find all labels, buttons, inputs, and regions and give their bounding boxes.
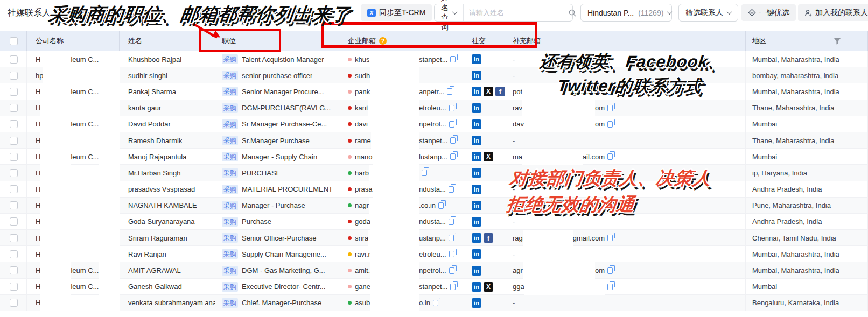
row-checkbox[interactable] — [10, 201, 18, 209]
email-cell: rame stanpet... — [339, 132, 467, 149]
row-checkbox[interactable] — [10, 55, 18, 64]
copy-icon[interactable] — [433, 300, 438, 306]
email-prefix: ravi.r — [355, 250, 370, 258]
linkedin-icon[interactable]: in — [472, 282, 481, 292]
row-checkbox[interactable] — [10, 104, 18, 112]
header-email[interactable]: 企业邮箱 ? — [339, 31, 467, 51]
row-checkbox[interactable] — [10, 217, 18, 226]
linkedin-icon[interactable]: in — [472, 217, 481, 227]
filter-contacts-dropdown[interactable]: 筛选联系人 — [678, 4, 738, 22]
copy-icon[interactable] — [450, 153, 456, 160]
search-icon[interactable] — [568, 9, 577, 17]
extra-email-suffix: om — [595, 266, 605, 274]
company-filter-dropdown[interactable]: Hindustan P... (11269) — [580, 4, 672, 22]
row-checkbox[interactable] — [10, 88, 18, 96]
row-checkbox[interactable] — [10, 283, 18, 291]
copy-icon[interactable] — [450, 284, 456, 290]
company-prefix: H — [36, 137, 40, 145]
copy-icon[interactable] — [438, 202, 444, 209]
copy-icon[interactable] — [449, 121, 454, 128]
sync-to-crm-button[interactable]: X 同步至T-CRM — [361, 4, 432, 21]
procurement-badge: 采购 — [222, 136, 238, 145]
censor-patch — [40, 198, 71, 214]
row-checkbox[interactable] — [10, 250, 18, 258]
linkedin-icon[interactable]: in — [472, 87, 481, 96]
help-icon[interactable]: ? — [379, 37, 387, 45]
censor-patch — [370, 83, 419, 100]
row-checkbox[interactable] — [10, 137, 18, 145]
search-type-dropdown[interactable]: 姓名查询 — [435, 4, 464, 21]
one-click-optimize-button[interactable]: 一键优选 — [741, 4, 796, 21]
copy-icon[interactable] — [449, 105, 454, 111]
copy-icon[interactable] — [607, 267, 613, 274]
row-checkbox[interactable] — [10, 120, 18, 128]
copy-icon[interactable] — [449, 251, 454, 257]
company-prefix: H — [36, 120, 40, 128]
x-icon[interactable]: X — [484, 152, 493, 161]
social-cell: in — [467, 132, 510, 149]
x-icon[interactable]: X — [484, 282, 493, 292]
copy-icon[interactable] — [449, 267, 454, 274]
copy-icon[interactable] — [450, 137, 456, 144]
row-checkbox[interactable] — [10, 72, 18, 80]
linkedin-icon[interactable]: in — [472, 103, 481, 113]
linkedin-icon[interactable]: in — [472, 298, 481, 308]
x-icon[interactable]: X — [484, 87, 493, 96]
copy-icon[interactable] — [449, 235, 454, 241]
linkedin-icon[interactable]: in — [472, 119, 481, 129]
status-dot — [348, 122, 352, 126]
procurement-badge: 采购 — [222, 201, 238, 210]
company-cell: H — [27, 198, 120, 214]
procurement-badge: 采购 — [222, 168, 238, 178]
copy-icon[interactable] — [607, 105, 613, 111]
row-checkbox[interactable] — [10, 169, 18, 177]
social-cell: inf — [467, 230, 510, 246]
row-checkbox[interactable] — [10, 185, 18, 193]
sync-to-crm-label: 同步至T-CRM — [379, 8, 425, 18]
linkedin-icon[interactable]: in — [472, 71, 481, 80]
linkedin-icon[interactable]: in — [472, 185, 481, 194]
linkedin-icon[interactable]: in — [472, 266, 481, 276]
facebook-icon[interactable]: f — [484, 233, 493, 243]
linkedin-icon[interactable]: in — [472, 152, 481, 161]
procurement-badge: 采购 — [222, 249, 238, 259]
select-all-checkbox[interactable] — [10, 37, 18, 45]
linkedin-icon[interactable]: in — [472, 249, 481, 259]
procurement-badge: 采购 — [222, 185, 238, 194]
linkedin-icon[interactable]: in — [472, 136, 481, 145]
table-row: H leum C... Pankaj Sharma 采购 Senior Mana… — [0, 83, 868, 100]
copy-icon[interactable] — [607, 153, 613, 160]
censor-patch — [71, 230, 120, 246]
email-cell: davi npetrol... — [339, 116, 467, 132]
header-company[interactable]: 公司名称 — [27, 31, 120, 51]
copy-icon[interactable] — [450, 56, 456, 62]
header-social[interactable]: 社交 — [467, 31, 510, 51]
linkedin-icon[interactable]: in — [472, 233, 481, 243]
copy-icon[interactable] — [607, 88, 613, 95]
header-title[interactable]: 职位 — [215, 31, 339, 51]
row-checkbox[interactable] — [10, 234, 18, 242]
header-name[interactable]: 姓名 — [120, 31, 215, 51]
copy-icon[interactable] — [607, 284, 613, 290]
add-to-my-contacts-button[interactable]: 加入我的联系人 — [798, 4, 868, 21]
facebook-icon[interactable]: f — [495, 87, 505, 96]
copy-icon[interactable] — [422, 170, 427, 176]
header-region[interactable]: 地区 — [746, 31, 868, 51]
copy-icon[interactable] — [449, 219, 454, 225]
copy-icon[interactable] — [607, 121, 613, 128]
header-extra-email[interactable]: 补充邮箱 — [510, 31, 746, 51]
email-suffix: .co.in — [419, 201, 436, 209]
linkedin-icon[interactable]: in — [472, 54, 481, 64]
copy-icon[interactable] — [449, 186, 454, 193]
filter-funnel-icon[interactable] — [834, 37, 841, 45]
region-cell: Mumbai — [746, 116, 868, 132]
region-cell: Pune, Maharashtra, India — [746, 198, 868, 214]
linkedin-icon[interactable]: in — [472, 201, 481, 210]
row-checkbox[interactable] — [10, 266, 18, 274]
row-checkbox[interactable] — [10, 299, 18, 307]
linkedin-icon[interactable]: in — [472, 168, 481, 178]
copy-icon[interactable] — [447, 88, 452, 95]
copy-icon[interactable] — [607, 235, 613, 241]
row-checkbox[interactable] — [10, 153, 18, 161]
search-input[interactable] — [469, 9, 564, 17]
